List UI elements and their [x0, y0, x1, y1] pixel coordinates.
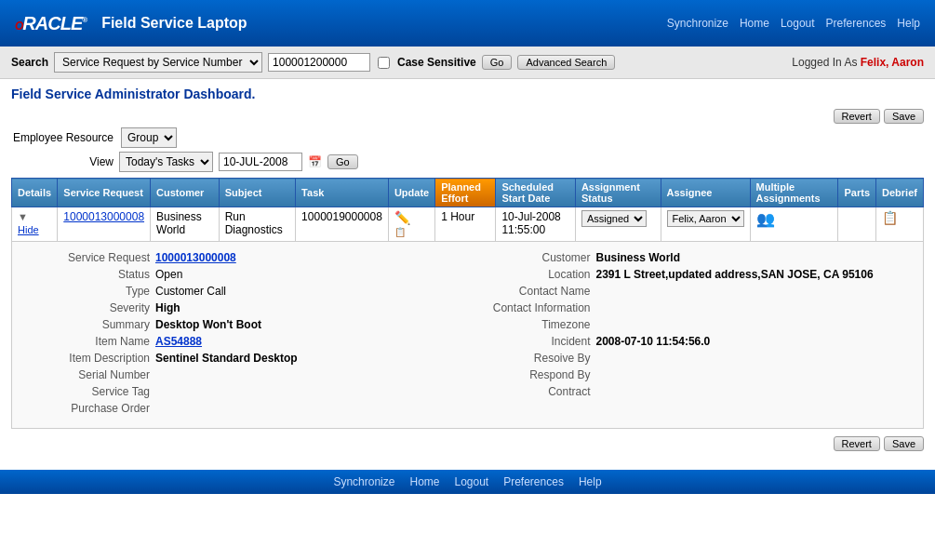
footer-preferences[interactable]: Preferences — [503, 475, 564, 488]
logged-in-text: Logged In As Felix, Aaron — [792, 56, 924, 69]
form-fields: Employee Resource Group View Today's Tas… — [11, 127, 924, 172]
search-type-dropdown[interactable]: Service Request by Service Number — [54, 52, 262, 73]
detail-incident-row: Incident 2008-07-10 11:54:56.0 — [475, 335, 902, 348]
detail-item-name-link[interactable]: AS54888 — [155, 335, 202, 348]
oracle-logo: ORACLE® — [15, 13, 87, 34]
nav-help[interactable]: Help — [897, 17, 920, 30]
nav-preferences[interactable]: Preferences — [826, 17, 887, 30]
save-button[interactable]: Save — [884, 109, 924, 124]
multiple-assignments-icon[interactable]: 👥 — [756, 211, 775, 227]
detail-severity-label: Severity — [34, 301, 155, 314]
detail-purchase-order-row: Purchase Order — [34, 402, 461, 415]
header: ORACLE® Field Service Laptop Synchronize… — [0, 0, 935, 47]
advanced-search-button[interactable]: Advanced Search — [517, 55, 615, 70]
cell-assignment-status: Assigned — [575, 207, 661, 242]
col-multiple-assignments: Multiple Assignments — [750, 179, 838, 207]
cell-task: 1000019000008 — [296, 207, 389, 242]
footer-synchronize[interactable]: Synchronize — [333, 475, 394, 488]
employee-resource-label: Employee Resource — [11, 131, 114, 144]
edit-icon[interactable]: ✏️ — [394, 210, 410, 225]
detail-contact-info-label: Contact Information — [475, 301, 596, 314]
cell-planned-effort: 1 Hour — [435, 207, 496, 242]
col-assignee: Assignee — [661, 179, 750, 207]
detail-right-col: Customer Business World Location 2391 L … — [468, 251, 909, 419]
hide-link[interactable]: Hide — [18, 224, 39, 235]
search-go-button[interactable]: Go — [482, 55, 513, 70]
detail-customer-row: Customer Business World — [475, 251, 902, 264]
col-task: Task — [296, 179, 389, 207]
cell-parts — [838, 207, 876, 242]
detail-item-desc-row: Item Description Sentinel Standard Deskt… — [34, 352, 461, 365]
cell-details: ▼ Hide — [12, 207, 58, 242]
col-assignment-status: Assignment Status — [575, 179, 661, 207]
case-sensitive-checkbox[interactable] — [378, 57, 390, 69]
logo-area: ORACLE® Field Service Laptop — [15, 13, 247, 34]
revert-button[interactable]: Revert — [834, 109, 880, 124]
cell-scheduled-start: 10-Jul-2008 11:55:00 — [496, 207, 575, 242]
col-parts: Parts — [838, 179, 876, 207]
detail-resolve-label: Resoive By — [475, 352, 596, 365]
detail-serial-row: Serial Number — [34, 368, 461, 381]
footer-help[interactable]: Help — [579, 475, 602, 488]
cell-assignee: Felix, Aaron — [661, 207, 750, 242]
search-input[interactable] — [268, 53, 370, 72]
calendar-icon[interactable]: 📅 — [308, 155, 322, 168]
detail-timezone-row: Timezone — [475, 318, 902, 331]
cell-service-request: 1000013000008 — [58, 207, 151, 242]
detail-service-request-link[interactable]: 1000013000008 — [155, 251, 236, 264]
service-request-link[interactable]: 1000013000008 — [63, 210, 144, 223]
detail-item-desc-value: Sentinel Standard Desktop — [155, 352, 298, 365]
detail-summary-label: Summary — [34, 318, 155, 331]
employee-resource-select[interactable]: Group — [121, 127, 177, 148]
col-subject: Subject — [219, 179, 295, 207]
debrief-icon[interactable]: 📋 — [882, 210, 898, 225]
detail-service-request-row: Service Request 1000013000008 — [34, 251, 461, 264]
view-select[interactable]: Today's Tasks — [119, 152, 213, 172]
header-nav: Synchronize Home Logout Preferences Help — [667, 17, 920, 30]
task-table: Details Service Request Customer Subject… — [11, 178, 924, 242]
footer-home[interactable]: Home — [409, 475, 439, 488]
detail-left-col: Service Request 1000013000008 Status Ope… — [27, 251, 468, 419]
nav-logout[interactable]: Logout — [781, 17, 815, 30]
col-customer: Customer — [151, 179, 220, 207]
detail-service-request-label: Service Request — [34, 251, 155, 264]
main-content: Field Service Administrator Dashboard. R… — [0, 79, 935, 462]
col-service-request: Service Request — [58, 179, 151, 207]
detail-summary-value: Desktop Won't Boot — [155, 318, 261, 331]
view-label: View — [11, 155, 114, 168]
bottom-revert-button[interactable]: Revert — [834, 436, 880, 451]
assignee-select[interactable]: Felix, Aaron — [667, 210, 744, 227]
detail-service-tag-row: Service Tag — [34, 385, 461, 398]
col-planned-effort: Planned Effort — [435, 179, 496, 207]
detail-purchase-order-label: Purchase Order — [34, 402, 155, 415]
footer-logout[interactable]: Logout — [454, 475, 488, 488]
detail-contract-row: Contract — [475, 385, 902, 398]
nav-home[interactable]: Home — [740, 17, 769, 30]
assignment-status-select[interactable]: Assigned — [581, 210, 647, 227]
detail-grid: Service Request 1000013000008 Status Ope… — [27, 251, 908, 419]
dashboard-title: Field Service Administrator Dashboard. — [11, 87, 924, 101]
detail-location-label: Location — [475, 268, 596, 281]
cell-update[interactable]: ✏️ 📋 — [388, 207, 434, 242]
detail-contract-label: Contract — [475, 385, 596, 398]
detail-contact-info-row: Contact Information — [475, 301, 902, 314]
detail-severity-row: Severity High — [34, 301, 461, 314]
detail-summary-row: Summary Desktop Won't Boot — [34, 318, 461, 331]
cell-debrief[interactable]: 📋 — [876, 207, 924, 242]
detail-item-desc-label: Item Description — [34, 352, 155, 365]
detail-status-row: Status Open — [34, 268, 461, 281]
date-input[interactable] — [219, 153, 302, 171]
cell-customer: Business World — [151, 207, 220, 242]
detail-item-name-row: Item Name AS54888 — [34, 335, 461, 348]
col-debrief: Debrief — [876, 179, 924, 207]
view-go-button[interactable]: Go — [327, 154, 358, 169]
employee-resource-row: Employee Resource Group — [11, 127, 924, 148]
bottom-save-button[interactable]: Save — [884, 436, 924, 451]
detail-location-row: Location 2391 L Street,updated address,S… — [475, 268, 902, 281]
nav-synchronize[interactable]: Synchronize — [667, 17, 728, 30]
col-scheduled-start: Scheduled Start Date — [496, 179, 575, 207]
cell-multiple-assignments[interactable]: 👥 — [750, 207, 838, 242]
detail-panel: Service Request 1000013000008 Status Ope… — [11, 242, 924, 429]
detail-location-value: 2391 L Street,updated address,SAN JOSE, … — [596, 268, 874, 281]
detail-status-label: Status — [34, 268, 155, 281]
